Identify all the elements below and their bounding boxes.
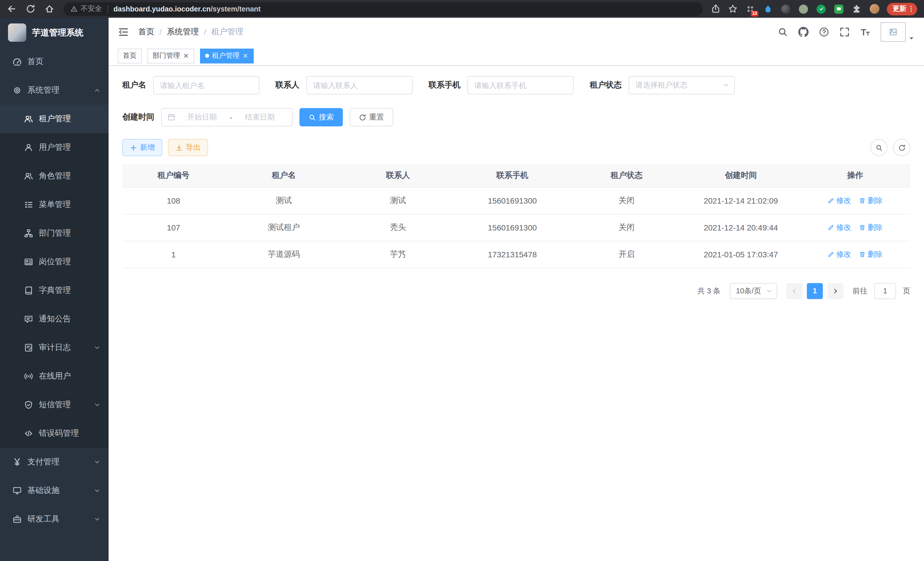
delete-label: 删除 bbox=[868, 222, 883, 232]
sidebar-item-label: 首页 bbox=[27, 57, 44, 67]
avatar bbox=[869, 4, 879, 14]
update-button[interactable]: 更新 bbox=[887, 3, 917, 15]
sidebar-item-home[interactable]: 首页 bbox=[0, 47, 109, 76]
extensions-puzzle-icon[interactable] bbox=[851, 4, 862, 14]
delete-link[interactable]: 删除 bbox=[859, 222, 883, 232]
reset-button[interactable]: 重置 bbox=[350, 108, 393, 126]
github-icon[interactable] bbox=[798, 27, 808, 37]
browser-reload-icon[interactable] bbox=[26, 4, 35, 14]
tenants-icon bbox=[24, 114, 33, 123]
sidebar-item-audit-log[interactable]: 审计日志 bbox=[0, 333, 109, 362]
search-icon[interactable] bbox=[778, 27, 788, 37]
sidebar-item-online-users[interactable]: 在线用户 bbox=[0, 362, 109, 391]
extension-check-icon[interactable] bbox=[816, 4, 826, 14]
broken-image-icon bbox=[889, 27, 898, 37]
edit-link[interactable]: 修改 bbox=[828, 249, 851, 259]
edit-link[interactable]: 修改 bbox=[828, 222, 851, 232]
goto-page-input[interactable] bbox=[874, 283, 896, 299]
add-button[interactable]: 新增 bbox=[122, 139, 162, 156]
chevron-down-icon bbox=[94, 459, 100, 465]
security-label[interactable]: 不安全 bbox=[81, 4, 102, 14]
contact-group: 联系人 bbox=[275, 76, 412, 94]
refresh-table-button[interactable] bbox=[893, 139, 910, 156]
code-icon bbox=[24, 429, 33, 438]
browser-home-icon[interactable] bbox=[45, 4, 54, 14]
tab-home[interactable]: 首页 bbox=[118, 48, 142, 63]
next-page-button[interactable] bbox=[827, 283, 843, 299]
edit-label: 修改 bbox=[836, 249, 851, 259]
cell-tenant-id: 107 bbox=[122, 214, 225, 241]
close-icon[interactable] bbox=[242, 53, 249, 59]
sidebar-item-system-management[interactable]: 系统管理 bbox=[0, 76, 109, 105]
sidebar-item-infrastructure[interactable]: 基础设施 bbox=[0, 476, 109, 505]
chevron-down-icon bbox=[94, 402, 100, 408]
sidebar-item-post-management[interactable]: 岗位管理 bbox=[0, 248, 109, 276]
tenant-status-select[interactable]: 请选择租户状态 bbox=[628, 76, 735, 94]
export-button[interactable]: 导出 bbox=[168, 139, 208, 156]
browser-back-icon[interactable] bbox=[7, 4, 16, 14]
create-time-range-picker[interactable]: 开始日期 - 结束日期 bbox=[161, 108, 292, 126]
sidebar-item-label: 短信管理 bbox=[39, 400, 71, 410]
close-icon[interactable] bbox=[183, 53, 189, 59]
share-icon[interactable] bbox=[711, 4, 721, 14]
message-bubble-icon bbox=[24, 314, 33, 324]
edit-link[interactable]: 修改 bbox=[828, 195, 851, 206]
puzzle-icon bbox=[852, 4, 861, 14]
extension-drop-icon[interactable] bbox=[763, 4, 773, 14]
extension-grid-icon[interactable]: 10 bbox=[745, 4, 755, 14]
filter-row-1: 租户名 联系人 联系手机 租户状态 请选择租户状态 bbox=[122, 76, 910, 94]
sidebar-item-label: 字典管理 bbox=[39, 285, 71, 296]
chat-icon bbox=[834, 4, 843, 14]
sidebar-item-tenant-management[interactable]: 租户管理 bbox=[0, 105, 109, 133]
sidebar-item-role-management[interactable]: 角色管理 bbox=[0, 162, 109, 190]
edit-icon bbox=[828, 224, 835, 231]
sidebar-item-menu-management[interactable]: 菜单管理 bbox=[0, 190, 109, 219]
arrow-right-icon bbox=[832, 287, 839, 294]
tenant-name-group: 租户名 bbox=[122, 76, 260, 94]
active-dot bbox=[205, 54, 209, 58]
bookmark-star-icon[interactable] bbox=[728, 4, 738, 14]
yen-icon bbox=[13, 457, 22, 467]
sidebar-fold-icon[interactable] bbox=[118, 26, 129, 38]
search-button[interactable]: 搜索 bbox=[299, 108, 343, 126]
extension-sphere-icon[interactable] bbox=[781, 4, 791, 14]
tab-tenant-management[interactable]: 租户管理 bbox=[200, 48, 254, 63]
tenant-name-input[interactable] bbox=[153, 76, 260, 94]
sidebar-item-sms-management[interactable]: 短信管理 bbox=[0, 391, 109, 419]
sidebar-item-dict-management[interactable]: 字典管理 bbox=[0, 276, 109, 305]
delete-link[interactable]: 删除 bbox=[859, 195, 883, 206]
browser-profile-avatar[interactable] bbox=[869, 4, 879, 14]
font-size-icon[interactable] bbox=[860, 27, 870, 37]
sidebar-item-dept-management[interactable]: 部门管理 bbox=[0, 219, 109, 248]
app-title: 芋道管理系统 bbox=[32, 27, 83, 38]
contact-input[interactable] bbox=[306, 76, 412, 94]
sidebar-item-user-management[interactable]: 用户管理 bbox=[0, 133, 109, 162]
page-size-select[interactable]: 10条/页 bbox=[730, 283, 777, 299]
page-1-button[interactable]: 1 bbox=[807, 283, 823, 299]
delete-link[interactable]: 删除 bbox=[859, 249, 883, 259]
admin-app: 芋道管理系统 首页 系统管理 租户管理 用户管理 角色管理 bbox=[0, 18, 924, 561]
breadcrumb-separator: / bbox=[204, 27, 206, 37]
sidebar-item-dev-tools[interactable]: 研发工具 bbox=[0, 505, 109, 534]
extension-circle-icon[interactable] bbox=[798, 4, 808, 14]
help-icon[interactable] bbox=[819, 27, 829, 37]
breadcrumb-system[interactable]: 系统管理 bbox=[167, 27, 199, 37]
sidebar-item-label: 用户管理 bbox=[39, 142, 71, 153]
phone-input[interactable] bbox=[467, 76, 574, 94]
sidebar-item-payment[interactable]: 支付管理 bbox=[0, 448, 109, 476]
tab-label: 部门管理 bbox=[153, 51, 180, 61]
sidebar-item-notice[interactable]: 通知公告 bbox=[0, 305, 109, 333]
tab-dept-management[interactable]: 部门管理 bbox=[147, 48, 194, 63]
prev-page-button[interactable] bbox=[786, 283, 802, 299]
app-logo[interactable]: 芋道管理系统 bbox=[0, 18, 109, 47]
chevron-down-icon bbox=[723, 82, 730, 89]
fullscreen-icon[interactable] bbox=[839, 27, 850, 37]
delete-label: 删除 bbox=[868, 249, 883, 259]
breadcrumb-home[interactable]: 首页 bbox=[138, 27, 154, 37]
sidebar-item-error-code[interactable]: 错误码管理 bbox=[0, 419, 109, 448]
address-bar[interactable]: 不安全 dashboard.yudao.iocoder.cn/system/te… bbox=[63, 2, 703, 16]
user-avatar-dropdown[interactable] bbox=[880, 22, 915, 42]
toggle-search-button[interactable] bbox=[870, 139, 887, 156]
extension-chat-icon[interactable] bbox=[834, 4, 844, 14]
monitor-icon bbox=[13, 486, 22, 495]
